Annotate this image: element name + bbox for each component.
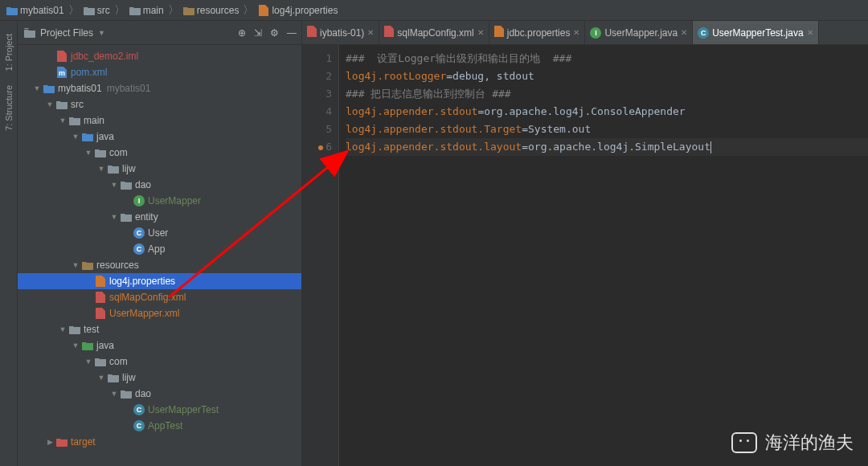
tab-label: UserMapperTest.java <box>712 27 803 39</box>
tree-node-label: mybatis01 <box>58 83 102 94</box>
tree-node-usermapper-xml[interactable]: UserMapper.xml <box>18 305 301 321</box>
chevron-icon[interactable]: ▼ <box>58 325 68 333</box>
tree-node-java[interactable]: ▼java <box>18 129 301 145</box>
tree-node-sqlmapconfig-xml[interactable]: sqlMapConfig.xml <box>18 289 301 305</box>
tree-node-dao[interactable]: ▼dao <box>18 177 301 193</box>
watermark-text: 海洋的渔夫 <box>765 431 854 455</box>
close-icon[interactable]: ✕ <box>573 28 579 37</box>
tree-node-java[interactable]: ▼java <box>18 337 301 354</box>
line-number: 4 <box>302 103 332 121</box>
tree-node-mybatis01[interactable]: ▼mybatis01mybatis01 <box>18 80 301 96</box>
folder-res-icon <box>183 5 194 16</box>
chevron-right-icon: 〉 <box>243 3 254 18</box>
locate-icon[interactable]: ⊕ <box>238 27 246 39</box>
tree-node-test[interactable]: ▼test <box>18 321 301 337</box>
chevron-icon[interactable]: ▼ <box>109 390 119 398</box>
editor-tab[interactable]: sqlMapConfig.xml✕ <box>379 21 489 44</box>
tree-node-dao[interactable]: ▼dao <box>18 386 301 402</box>
chevron-icon[interactable]: ▼ <box>109 213 119 221</box>
breadcrumb-label: resources <box>197 5 240 16</box>
folder-icon <box>106 373 121 382</box>
tree-node-main[interactable]: ▼main <box>18 112 301 129</box>
close-icon[interactable]: ✕ <box>807 28 813 37</box>
code-line[interactable]: ### 设置Logger输出级别和输出目的地 ### <box>346 50 868 67</box>
dropdown-icon[interactable]: ▼ <box>98 29 105 37</box>
chevron-icon[interactable]: ▶ <box>45 438 55 446</box>
tree-node-usermappertest[interactable]: CUserMapperTest <box>18 402 301 418</box>
line-number: 3 <box>302 85 332 103</box>
tree-node-resources[interactable]: ▼resources <box>18 257 301 273</box>
chevron-icon[interactable]: ▼ <box>71 341 80 350</box>
editor-tab[interactable]: jdbc.properties✕ <box>489 21 586 44</box>
chevron-icon[interactable]: ▼ <box>84 358 93 366</box>
expand-all-icon[interactable]: ⇲ <box>254 27 262 39</box>
tree-node-log4j-properties[interactable]: log4j.properties <box>18 273 301 289</box>
tree-node-com[interactable]: ▼com <box>18 145 301 161</box>
code-editor[interactable]: ### 设置Logger输出级别和输出目的地 ###log4j.rootLogg… <box>339 45 868 466</box>
tree-node-target[interactable]: ▶target <box>18 434 301 450</box>
tree-node-label: UserMapper.xml <box>109 308 179 319</box>
chevron-icon[interactable]: ▼ <box>32 84 42 92</box>
code-line[interactable]: log4j.appender.stdout.layout=org.apache.… <box>346 138 868 156</box>
code-line[interactable]: log4j.appender.stdout=org.apache.log4j.C… <box>346 103 868 121</box>
chevron-icon[interactable]: ▼ <box>71 133 80 141</box>
left-tool-strip: 1: Project 7: Structure <box>0 21 18 466</box>
wechat-icon <box>731 432 757 453</box>
code-line[interactable]: log4j.rootLogger=debug, stdout <box>346 67 868 85</box>
hide-icon[interactable]: — <box>287 27 297 39</box>
gear-icon[interactable]: ⚙ <box>270 27 279 39</box>
tree-node-extra: mybatis01 <box>107 83 151 94</box>
sidebar-title-text[interactable]: Project Files <box>40 27 93 39</box>
tab-label: iybatis-01) <box>320 27 364 39</box>
tree-node-label: dao <box>135 388 151 399</box>
folder-icon <box>84 5 95 16</box>
chevron-icon[interactable]: ▼ <box>96 165 106 173</box>
chevron-icon[interactable]: ▼ <box>96 374 106 382</box>
tool-window-structure[interactable]: 7: Structure <box>4 85 14 131</box>
tool-window-project[interactable]: 1: Project <box>4 34 14 71</box>
editor-tab[interactable]: iybatis-01)✕ <box>302 21 379 44</box>
line-number: 6 <box>302 138 332 156</box>
folder-icon <box>129 5 141 16</box>
tree-node-label: jdbc_demo2.iml <box>71 51 138 62</box>
tree-node-lijw[interactable]: ▼lijw <box>18 370 301 386</box>
chevron-icon[interactable]: ▼ <box>45 100 55 108</box>
breadcrumb-item[interactable]: src <box>84 5 110 16</box>
chevron-icon[interactable]: ▼ <box>58 117 68 125</box>
chevron-icon[interactable]: ▼ <box>84 149 93 157</box>
tree-node-pom-xml[interactable]: mpom.xml <box>18 64 301 80</box>
breadcrumb-label: log4j.properties <box>272 5 338 16</box>
editor-tab[interactable]: CUserMapperTest.java✕ <box>693 21 818 44</box>
chevron-icon[interactable]: ▼ <box>109 181 119 189</box>
chevron-right-icon: 〉 <box>114 3 125 18</box>
chevron-icon[interactable]: ▼ <box>71 261 80 269</box>
tree-node-lijw[interactable]: ▼lijw <box>18 161 301 177</box>
folder-res-icon <box>80 260 95 270</box>
editor-area: iybatis-01)✕sqlMapConfig.xml✕jdbc.proper… <box>302 21 868 466</box>
line-number: 7 <box>302 156 332 174</box>
breadcrumb-item[interactable]: main <box>129 5 164 16</box>
tree-node-apptest[interactable]: CAppTest <box>18 418 301 434</box>
tree-node-jdbc-demo2-iml[interactable]: jdbc_demo2.iml <box>18 48 301 64</box>
tree-node-com[interactable]: ▼com <box>18 354 301 370</box>
tree-node-label: dao <box>135 179 151 190</box>
tab-label: sqlMapConfig.xml <box>397 27 473 39</box>
breadcrumb-item[interactable]: resources <box>183 5 240 16</box>
close-icon[interactable]: ✕ <box>681 28 687 37</box>
tree-node-usermapper[interactable]: IUserMapper <box>18 193 301 209</box>
tree-node-app[interactable]: CApp <box>18 241 301 257</box>
close-icon[interactable]: ✕ <box>477 28 484 37</box>
folder-icon <box>106 164 121 174</box>
breadcrumb-item[interactable]: log4j.properties <box>258 5 338 16</box>
tree-node-src[interactable]: ▼src <box>18 96 301 112</box>
tree-node-user[interactable]: CUser <box>18 225 301 241</box>
editor-tab[interactable]: IUserMapper.java✕ <box>585 21 693 44</box>
code-line[interactable]: log4j.appender.stdout.Target=System.out <box>346 121 868 138</box>
tree-node-label: com <box>109 356 128 367</box>
tree-node-entity[interactable]: ▼entity <box>18 209 301 225</box>
breadcrumb-label: src <box>97 5 110 16</box>
close-icon[interactable]: ✕ <box>367 28 374 37</box>
breadcrumb-label: main <box>143 5 164 16</box>
breadcrumb-item[interactable]: mybatis01 <box>6 5 64 16</box>
code-line[interactable]: ### 把日志信息输出到控制台 ### <box>346 85 868 103</box>
